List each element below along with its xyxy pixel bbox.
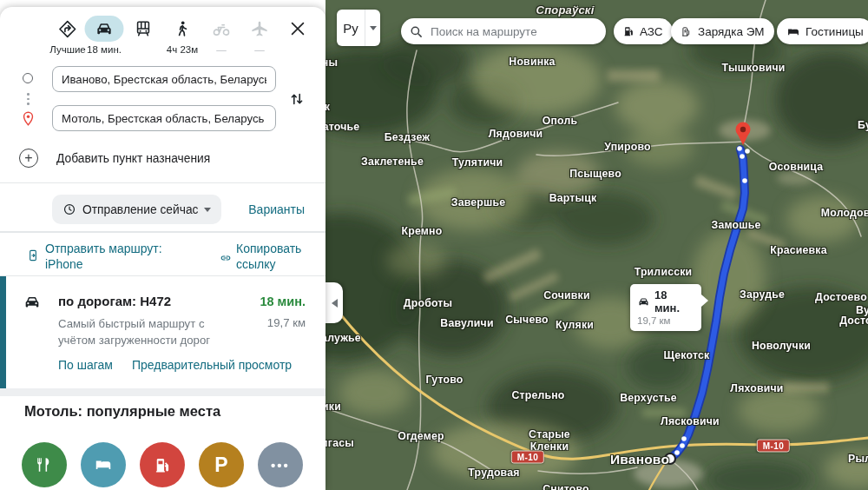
map-area[interactable]: СпораўскіныНовинкаТышковичикОпольБуаточь… bbox=[326, 0, 868, 490]
route-result-card[interactable]: по дорогам: Н472 18 мин. Самый быстрый м… bbox=[0, 276, 326, 388]
category-restaurants[interactable] bbox=[22, 442, 67, 487]
category-hotels[interactable] bbox=[81, 442, 126, 487]
map-place-label: Ополь bbox=[542, 115, 578, 127]
app-screen: СпораўскіныНовинкаТышковичикОпольБуаточь… bbox=[0, 0, 868, 490]
map-place-label: Вавуличи bbox=[440, 317, 493, 329]
map-place-label: Бездзеж bbox=[385, 131, 431, 143]
map-place-label: Завершье bbox=[451, 196, 506, 209]
chip-hotels[interactable]: Гостиницы bbox=[777, 18, 868, 44]
route-title: по дорогам: Н472 bbox=[58, 294, 171, 308]
mode-time: — bbox=[211, 44, 232, 55]
departure-time-button[interactable]: Отправление сейчас bbox=[52, 195, 221, 224]
bicycle-icon bbox=[211, 16, 232, 42]
route-options-link[interactable]: Варианты bbox=[248, 202, 305, 216]
category-gas-stations[interactable] bbox=[140, 442, 185, 487]
map-place-label: Иваново bbox=[610, 452, 669, 467]
road-badge: М-10 bbox=[757, 440, 790, 453]
map-place-label: к bbox=[326, 101, 330, 113]
swap-waypoints-button[interactable] bbox=[287, 89, 306, 113]
copy-link-label-1: Копировать bbox=[236, 241, 301, 256]
chip-gas-stations[interactable]: АЗС bbox=[614, 18, 673, 44]
map-place-label: Огдемер bbox=[398, 430, 444, 442]
best-routes-icon bbox=[49, 16, 85, 42]
road-badge: М-10 bbox=[511, 451, 544, 464]
dots-icon: ••• bbox=[271, 458, 290, 473]
map-place-label: игасы bbox=[326, 437, 354, 449]
search-icon bbox=[410, 25, 423, 38]
chevron-down-icon bbox=[204, 208, 211, 212]
mode-walking[interactable]: 4ч 23м bbox=[167, 16, 198, 55]
language-dropdown[interactable] bbox=[365, 26, 380, 30]
map-place-label: Осовница bbox=[769, 161, 824, 173]
map-place-label: Ляховичи bbox=[730, 382, 783, 394]
popular-places-title: Мотоль: популярные места bbox=[24, 403, 220, 420]
map-labels-layer: СпораўскіныНовинкаТышковичикОпольБуаточь… bbox=[326, 0, 868, 490]
map-place-label: Лясковичи bbox=[661, 415, 720, 427]
divider bbox=[0, 182, 326, 183]
mode-transit[interactable] bbox=[134, 16, 153, 44]
share-row: Отправить маршрут: iPhone Копировать ссы… bbox=[0, 232, 326, 276]
mode-cycling[interactable]: — bbox=[211, 16, 232, 55]
map-place-label: Кремно bbox=[402, 225, 443, 237]
map-language-button[interactable]: Ру bbox=[337, 10, 380, 46]
plane-icon bbox=[250, 16, 269, 42]
map-place-label: Молодово bbox=[821, 207, 868, 219]
route-description: Самый быстрый маршрут с учётом загруженн… bbox=[58, 315, 242, 348]
map-place-label: Упирово bbox=[604, 141, 651, 153]
swap-arrows-icon bbox=[287, 89, 306, 109]
map-place-label: ны bbox=[326, 56, 338, 69]
map-place-label: Тышковичи bbox=[721, 62, 785, 74]
map-place-label: Замошье bbox=[711, 219, 760, 231]
map-place-label: ики bbox=[326, 401, 341, 413]
map-place-label: Дроботы bbox=[404, 297, 453, 309]
map-place-label: Щекотск bbox=[664, 349, 710, 361]
send-route-button[interactable]: Отправить маршрут: iPhone bbox=[45, 241, 162, 272]
send-to-phone-icon bbox=[26, 247, 40, 268]
selected-route-indicator bbox=[0, 276, 6, 388]
mode-time: 4ч 23м bbox=[167, 44, 198, 55]
category-more[interactable]: ••• bbox=[258, 442, 303, 487]
fuel-icon bbox=[154, 456, 171, 474]
preview-link[interactable]: Предварительный просмотр bbox=[132, 358, 292, 372]
bed-icon bbox=[93, 455, 114, 474]
mode-best-routes[interactable]: Лучшие bbox=[49, 16, 85, 55]
destination-pin-icon bbox=[21, 110, 36, 130]
map-place-label: Трилисски bbox=[635, 266, 693, 278]
bed-icon bbox=[786, 25, 800, 38]
close-directions-button[interactable] bbox=[288, 19, 307, 38]
mode-driving[interactable]: 18 мин. bbox=[85, 16, 124, 55]
map-place-label: Куляки bbox=[556, 319, 594, 331]
map-place-label: Лядовичи bbox=[489, 128, 543, 140]
route-distance: 19,7 км bbox=[267, 316, 306, 329]
tooltip-time: 18 мин. bbox=[654, 288, 694, 315]
mode-time: 18 мин. bbox=[85, 44, 124, 55]
copy-link-button[interactable]: Копировать ссылку bbox=[236, 241, 301, 272]
map-place-label: Вартыцк bbox=[549, 192, 597, 204]
tooltip-distance: 19,7 км bbox=[637, 315, 694, 326]
destination-input[interactable] bbox=[52, 105, 276, 131]
map-place-label: Рылово bbox=[848, 453, 868, 465]
map-place-label: Досто bbox=[839, 315, 868, 327]
chevron-down-icon bbox=[370, 26, 377, 30]
chevron-left-icon bbox=[332, 299, 338, 308]
copy-link-label-2: ссылку bbox=[236, 256, 301, 272]
chip-ev-charging[interactable]: Зарядка ЭМ bbox=[671, 18, 774, 44]
route-search-bar[interactable] bbox=[401, 18, 606, 44]
fuel-icon bbox=[623, 25, 635, 37]
clock-icon bbox=[62, 202, 76, 216]
map-place-label: Сочивки bbox=[543, 289, 589, 301]
search-input[interactable] bbox=[429, 24, 597, 39]
map-place-label: Сычево bbox=[505, 314, 548, 326]
category-parking[interactable]: P bbox=[199, 442, 244, 487]
waypoint-dots-icon bbox=[27, 93, 30, 105]
origin-input[interactable] bbox=[52, 66, 276, 92]
p-letter-icon: P bbox=[214, 454, 227, 477]
steps-link[interactable]: По шагам bbox=[58, 358, 113, 372]
add-destination-button[interactable]: + Добавить пункт назначения bbox=[0, 146, 326, 182]
car-icon bbox=[637, 295, 650, 308]
route-tooltip[interactable]: 18 мин. 19,7 км bbox=[630, 284, 701, 331]
panel-collapse-button[interactable] bbox=[326, 282, 343, 323]
map-place-label: аточье bbox=[326, 121, 359, 133]
mode-flight[interactable]: — bbox=[250, 16, 269, 55]
car-icon bbox=[23, 293, 42, 315]
